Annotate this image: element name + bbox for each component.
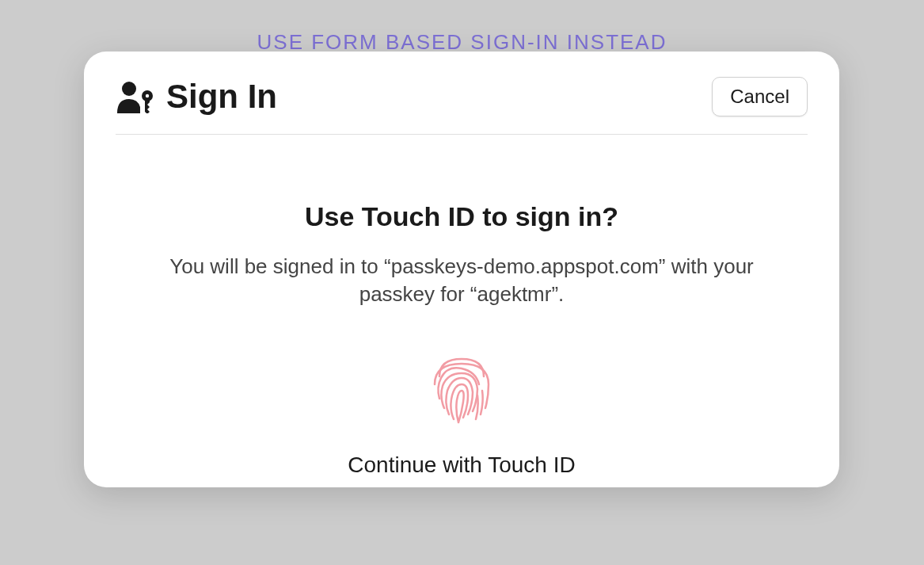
passkey-icon — [116, 80, 155, 113]
svg-point-2 — [146, 94, 149, 97]
fingerprint-icon — [424, 353, 500, 429]
dialog-header: Sign In Cancel — [116, 77, 808, 135]
touchid-section[interactable]: Continue with Touch ID — [116, 353, 808, 478]
svg-point-0 — [122, 82, 136, 96]
continue-touchid-label: Continue with Touch ID — [348, 452, 575, 478]
prompt-heading: Use Touch ID to sign in? — [116, 201, 808, 232]
prompt-description: You will be signed in to “passkeys-demo.… — [161, 253, 762, 308]
cancel-button[interactable]: Cancel — [712, 77, 808, 116]
dialog-title: Sign In — [166, 78, 277, 116]
title-group: Sign In — [116, 78, 277, 116]
dialog-body: Use Touch ID to sign in? You will be sig… — [116, 135, 808, 478]
sign-in-dialog: Sign In Cancel Use Touch ID to sign in? … — [84, 52, 839, 487]
